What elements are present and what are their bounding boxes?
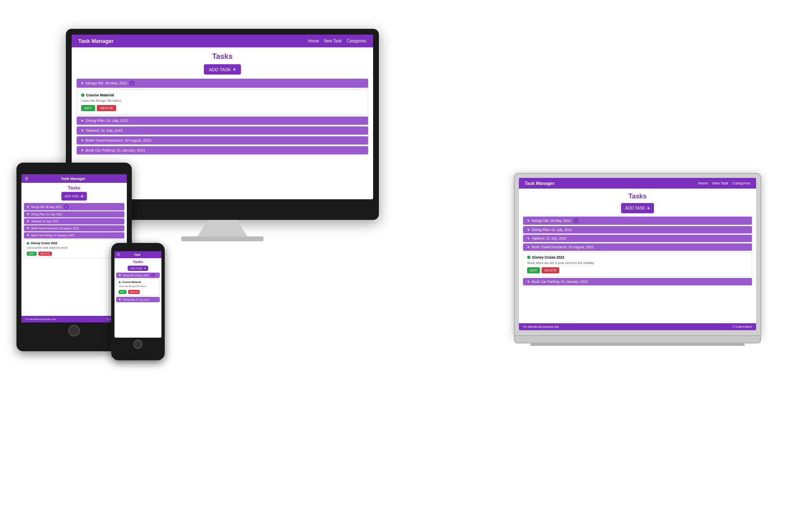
phone-title: Tasks [133,260,143,264]
phone-screen-outer: ☰ Task Tasks ADD TASK + ▼ M [111,243,165,360]
tablet-task-expanded-disney: Disney Cruise 2023 Use voucher code shar… [24,239,124,258]
phone-task-list: ▼ Mongo DB: 28 May, 2022 i Course Materi… [116,273,160,302]
laptop-task-actions-disney: EDIT DELETE [527,267,748,273]
monitor-nav-new-task[interactable]: New Task [324,39,341,43]
laptop-screen-outer: Task Manager Home New Task Categories Ta… [514,173,761,336]
monitor-green-dot-1 [81,93,84,97]
laptop-add-task-button[interactable]: ADD TASK + [621,203,654,213]
phone-brand: Task [134,253,140,256]
monitor-nav-categories[interactable]: Categories [347,39,367,43]
laptop-edit-button-disney[interactable]: EDIT [527,267,540,273]
monitor-task-desc-1: Learn the Mongo DB topics [81,99,364,103]
tablet-task-list: ▼ Mongo DB: 28 May, 2022 i ▼ Dining Plan… [24,203,124,258]
tablet-task-category-3[interactable]: ▼ Tailwind: 31 July, 2022 [24,218,124,224]
monitor-title: Tasks [212,52,233,61]
monitor-task-category-4[interactable]: ▼ Book Travel Insurance: 20 August, 2022 [77,136,368,145]
laptop: Task Manager Home New Task Categories Ta… [514,173,761,346]
tablet-task-category-2[interactable]: ▼ Dining Plan: 01 July, 2022 [24,211,124,217]
laptop-hinge [530,343,745,346]
monitor-task-label-3: Tailwind: 31 July, 2022 [86,128,123,133]
laptop-nav-new-task[interactable]: New Task [712,181,729,185]
monitor-task-category-5[interactable]: ▼ Book Car Parking: 01 January, 2023 [77,146,368,154]
laptop-green-dot-disney [527,256,530,259]
tablet-task-category-4[interactable]: ▼ Book Travel Insurance: 20 August, 2022 [24,225,124,231]
tablet-info-icon-1[interactable]: i [64,204,69,209]
scene: Task Manager Home New Task Categories Ta… [0,0,794,532]
monitor-nav-home[interactable]: Home [308,39,319,43]
monitor-plus-icon: + [233,66,236,72]
phone-task-name-1: Course Material [119,281,157,283]
tablet-green-dot-disney [27,242,29,245]
laptop-task-desc-disney: Book when we are a year old from the hol… [527,261,748,265]
monitor-delete-button-1[interactable]: DELETE [97,105,116,111]
phone-edit-button-1[interactable]: EDIT [119,290,126,294]
monitor-add-task-label: ADD TASK [209,67,231,72]
laptop-navbar: Task Manager Home New Task Categories [519,178,756,189]
monitor-task-category-3[interactable]: ▼ Tailwind: 31 July, 2022 [77,126,368,135]
monitor-task-label-4: Book Travel Insurance: 20 August, 2022 [86,138,152,142]
monitor-task-label-1: Mongo DB: 28 May, 2022 [86,81,127,85]
monitor-arrow-2: ▼ [81,119,84,123]
laptop-plus-icon: + [647,205,650,211]
laptop-task-category-1[interactable]: ▼ Mongo DB: 28 May, 2022 i [523,217,752,225]
tablet-add-task-label: ADD TASK [65,195,79,198]
tablet-footer-left: For educational purposes only [26,318,56,320]
phone-delete-button-1[interactable]: DELETE [128,290,139,294]
laptop-task-category-2[interactable]: ▼ Dining Plan: 01 July, 2022 [523,226,752,233]
laptop-task-category-6[interactable]: ▼ Book Car Parking: 01 January, 2023 [523,278,752,285]
monitor-info-icon-1[interactable]: i [130,81,135,86]
phone-body: Tasks ADD TASK + ▼ Mongo DB: 28 May, 202… [114,258,161,338]
monitor-brand: Task Manager [78,38,114,44]
monitor-nav-links: Home New Task Categories [308,39,367,43]
laptop-task-expanded-disney: Disney Cruise 2023 Book when we are a ye… [523,252,752,277]
monitor-task-expanded-1: Course Material Learn the Mongo DB topic… [77,89,368,115]
tablet-add-task-button[interactable]: ADD TASK + [61,192,87,201]
monitor-task-list: ▼ Mongo DB: 28 May, 2022 i Course Materi… [77,79,368,154]
laptop-info-icon-1[interactable]: i [574,218,579,223]
phone-task-desc-1: Learn the Mongo DB topics [119,285,157,287]
laptop-task-category-3[interactable]: ▼ Tailwind: 31 July, 2022 [523,235,752,242]
laptop-delete-button-disney[interactable]: DELETE [542,267,559,273]
tablet-edit-button-disney[interactable]: EDIT [27,252,37,256]
laptop-nav-home[interactable]: Home [698,181,708,185]
monitor-stand [198,220,247,236]
laptop-footer: For educational purposes only © Code Ins… [519,323,756,330]
monitor-arrow-5: ▼ [81,149,84,152]
phone-plus-icon: + [144,266,146,270]
monitor-edit-button-1[interactable]: EDIT [81,105,95,111]
phone-hamburger-icon[interactable]: ☰ [117,253,120,257]
laptop-screen: Task Manager Home New Task Categories Ta… [519,178,756,330]
phone-task-category-2[interactable]: ▼ Dining Plan: 01 July, 2022 [116,297,160,302]
tablet-task-category-5[interactable]: ▼ Book Car Parking: 01 January, 2023 [24,232,124,238]
monitor-task-category-2[interactable]: ▼ Dining Plan: 01 July, 2022 [77,117,368,125]
monitor-arrow-3: ▼ [81,129,84,133]
tablet-task-actions-disney: EDIT DELETE [27,252,121,256]
phone-navbar: ☰ Task [114,251,161,258]
tablet-plus-icon: + [80,193,84,199]
laptop-add-task-label: ADD TASK [625,206,645,210]
tablet-home-button[interactable] [68,325,80,336]
monitor-task-name-1: Course Material [81,93,364,97]
monitor-add-task-button[interactable]: ADD TASK + [204,64,241,75]
laptop-title: Tasks [628,193,647,200]
tablet-task-desc-disney: Use voucher code shared in email [27,246,121,249]
tablet-brand: Task Manager [61,177,85,181]
phone-add-task-label: ADD TASK [130,267,142,270]
phone-task-category-1[interactable]: ▼ Mongo DB: 28 May, 2022 i [116,273,160,278]
monitor-navbar: Task Manager Home New Task Categories [72,35,373,47]
hamburger-icon[interactable]: ☰ [25,176,28,181]
monitor-arrow-4: ▼ [81,139,84,142]
laptop-brand: Task Manager [525,181,555,186]
phone-add-task-button[interactable]: ADD TASK + [128,266,148,271]
tablet-delete-button-disney[interactable]: DELETE [38,252,52,256]
tablet-title: Tasks [68,185,80,190]
monitor-task-label-5: Book Car Parking: 01 January, 2023 [86,148,145,152]
phone-screen: ☰ Task Tasks ADD TASK + ▼ M [114,251,161,338]
laptop-nav-categories[interactable]: Categories [732,181,750,185]
tablet-task-category-1[interactable]: ▼ Mongo DB: 28 May, 2022 i [24,203,124,210]
phone-home-button[interactable] [133,340,142,349]
laptop-task-category-4[interactable]: ▼ Book Travel Insurance: 20 August, 2022 [523,243,752,251]
phone: ☰ Task Tasks ADD TASK + ▼ M [111,243,165,360]
monitor-task-category-1[interactable]: ▼ Mongo DB: 28 May, 2022 i [77,79,368,88]
phone-info-icon-1[interactable]: i [151,273,155,277]
